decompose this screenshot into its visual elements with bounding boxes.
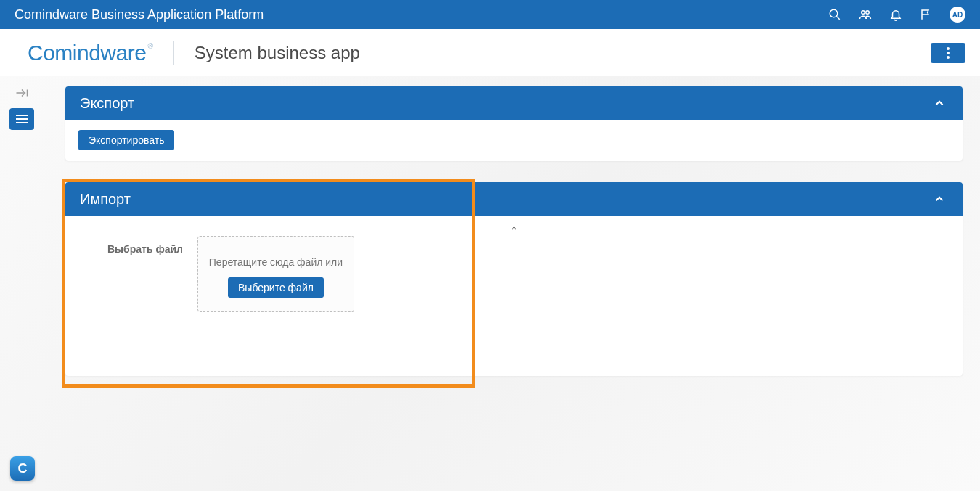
topbar-title: Comindware Business Application Platform [15, 7, 828, 23]
file-row: Выбрать файл Перетащите сюда файл или Вы… [78, 236, 950, 312]
svg-point-2 [862, 11, 865, 15]
topbar-icons: AD [828, 7, 965, 23]
import-panel-body: Выбрать файл Перетащите сюда файл или Вы… [65, 216, 963, 376]
collapse-sidebar-icon[interactable] [9, 82, 34, 104]
file-label: Выбрать файл [107, 236, 183, 255]
menu-icon[interactable] [9, 108, 34, 130]
app-badge[interactable]: C [10, 456, 35, 481]
page-title: System business app [195, 43, 360, 63]
svg-point-4 [947, 47, 950, 50]
collapse-section-icon[interactable] [509, 224, 519, 232]
logo-text: Comindware [28, 41, 146, 65]
choose-file-button[interactable]: Выберите файл [228, 277, 324, 298]
chevron-up-icon[interactable] [931, 190, 948, 208]
import-panel: Импорт Выбрать файл Перетащите сюда файл… [65, 182, 963, 376]
export-panel-title: Экспорт [80, 95, 931, 112]
svg-point-3 [866, 11, 870, 15]
export-button[interactable]: Экспортировать [78, 130, 174, 150]
file-dropzone[interactable]: Перетащите сюда файл или Выберите файл [197, 236, 354, 312]
svg-point-5 [947, 52, 950, 54]
export-panel-header[interactable]: Экспорт [65, 86, 963, 120]
export-panel: Экспорт Экспортировать [65, 86, 963, 161]
logo-sup: ® [147, 42, 152, 50]
chevron-up-icon[interactable] [931, 94, 948, 112]
logo[interactable]: Comindware ® [28, 41, 153, 65]
header: Comindware ® System business app [0, 29, 980, 76]
dropzone-text: Перетащите сюда файл или [208, 256, 343, 270]
siderail: C [0, 76, 44, 491]
more-button[interactable] [931, 43, 965, 63]
export-panel-body: Экспортировать [65, 120, 963, 161]
bell-icon[interactable] [889, 7, 903, 22]
svg-point-6 [947, 56, 950, 59]
search-icon[interactable] [828, 7, 842, 22]
body: C Экспорт Экспортировать Импорт [0, 76, 980, 491]
header-separator [173, 41, 174, 65]
import-panel-header[interactable]: Импорт [65, 182, 963, 216]
svg-line-1 [836, 16, 840, 20]
import-panel-title: Импорт [80, 191, 931, 208]
flag-icon[interactable] [919, 7, 934, 22]
avatar[interactable]: AD [950, 7, 965, 23]
people-icon[interactable] [858, 7, 873, 22]
svg-point-0 [830, 9, 838, 17]
topbar: Comindware Business Application Platform… [0, 0, 980, 29]
content: Экспорт Экспортировать Импорт [44, 76, 980, 491]
